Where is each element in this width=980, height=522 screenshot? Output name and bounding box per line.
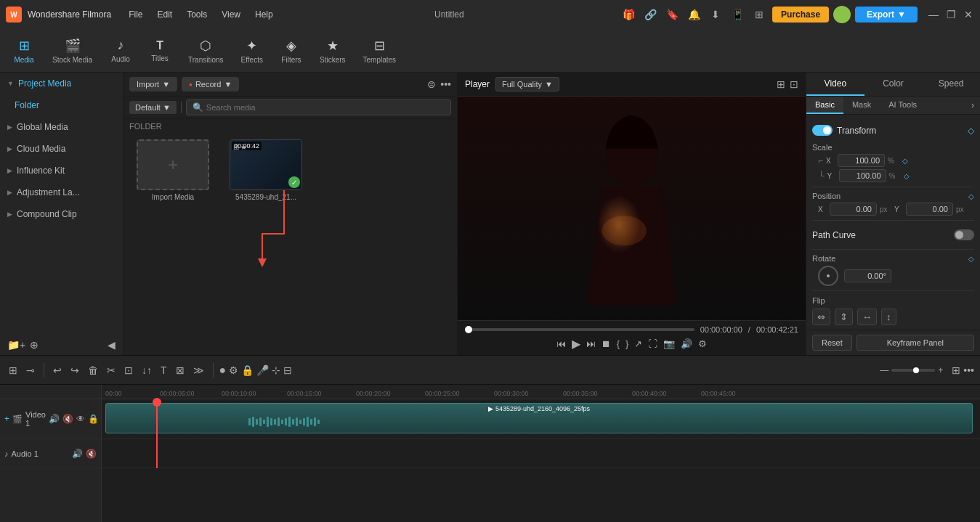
flip-horizontal-button[interactable]: ⇔: [812, 309, 830, 325]
maximize-button[interactable]: ❐: [945, 9, 957, 20]
video-track-area[interactable]: ▶ 5435289-uhd_2160_4096_25fps: [102, 399, 980, 439]
scale-y-input[interactable]: [839, 169, 886, 182]
filter-icon[interactable]: ⊜: [427, 78, 436, 90]
reset-button[interactable]: Reset: [812, 335, 852, 351]
collapse-panel-icon[interactable]: ◀: [108, 339, 116, 351]
menu-tools[interactable]: Tools: [181, 7, 213, 23]
eye-icon[interactable]: 👁: [76, 414, 85, 424]
rotate-dial[interactable]: [818, 266, 838, 286]
import-media-item[interactable]: + Import Media: [129, 139, 216, 201]
progress-handle[interactable]: [465, 326, 472, 333]
rotate-keyframe-icon[interactable]: ◇: [968, 255, 974, 263]
menu-view[interactable]: View: [216, 7, 246, 23]
lock-tracks-icon[interactable]: 🔒: [241, 364, 254, 376]
undo-button[interactable]: ↩: [50, 362, 65, 379]
tab-color[interactable]: Color: [864, 73, 923, 96]
play-button[interactable]: ▶: [572, 337, 580, 351]
player-tab[interactable]: Player: [465, 79, 490, 89]
magnetic-tool-icon[interactable]: ⊸: [23, 362, 38, 379]
menu-file[interactable]: File: [123, 7, 148, 23]
mark-in-button[interactable]: {: [617, 338, 620, 349]
transform-keyframe-icon[interactable]: ◇: [968, 126, 974, 136]
audio-track-area[interactable]: [102, 439, 980, 468]
marker-settings-icon[interactable]: ⚙: [229, 364, 238, 376]
record-button[interactable]: ● Record ▼: [182, 77, 239, 91]
video-media-item[interactable]: 00:00:42 ⊞ ★ ✓ 5435289-uhd_21...: [222, 139, 309, 201]
grid-view-icon[interactable]: ⊞: [777, 78, 785, 90]
sub-tab-mask[interactable]: Mask: [843, 97, 880, 114]
crop-button[interactable]: ⊡: [121, 362, 136, 379]
text-button[interactable]: T: [158, 362, 170, 379]
add-icon[interactable]: ⊕: [30, 339, 39, 351]
timeline-ruler-area[interactable]: 00:00 00:00:05:00 00:00:10:00 00:00:15:0…: [102, 385, 980, 522]
scene-detect-icon[interactable]: ⊹: [272, 364, 280, 376]
toolbar-stickers[interactable]: ★ Stickers: [312, 35, 353, 67]
video-thumb[interactable]: 00:00:42 ⊞ ★ ✓: [230, 139, 302, 190]
volume-button[interactable]: 🔊: [681, 338, 692, 349]
stop-button[interactable]: ⏹: [602, 338, 611, 349]
search-input[interactable]: [206, 103, 445, 112]
keyframe-panel-button[interactable]: Keyframe Panel: [857, 335, 974, 351]
audio-speaker-icon[interactable]: 🔊: [72, 449, 83, 459]
fullscreen-icon[interactable]: ⊡: [790, 78, 798, 90]
purchase-button[interactable]: Purchase: [772, 7, 829, 23]
zoom-handle[interactable]: [913, 367, 919, 373]
progress-bar[interactable]: [465, 328, 694, 331]
toolbar-titles[interactable]: T Titles: [142, 36, 178, 65]
speaker-icon[interactable]: 🔊: [49, 414, 60, 424]
timeline-settings-icon[interactable]: •••: [963, 364, 974, 376]
gift-icon[interactable]: 🎁: [620, 6, 637, 23]
minimize-button[interactable]: —: [928, 9, 939, 20]
record-timeline-icon[interactable]: 🎤: [256, 364, 269, 376]
scale-x-input[interactable]: [838, 154, 885, 167]
menu-edit[interactable]: Edit: [152, 7, 179, 23]
more-options-icon[interactable]: •••: [440, 78, 451, 90]
fast-forward-button[interactable]: ⏭: [586, 338, 596, 349]
import-button[interactable]: Import ▼: [129, 77, 177, 91]
position-keyframe-icon[interactable]: ◇: [968, 192, 974, 200]
mask-button[interactable]: ⊠: [173, 362, 187, 379]
phone-icon[interactable]: 📱: [729, 6, 746, 23]
more-tools-icon[interactable]: ≫: [190, 362, 207, 379]
video-clip[interactable]: ▶ 5435289-uhd_2160_4096_25fps: [105, 403, 973, 433]
mute-icon[interactable]: 🔇: [62, 414, 73, 424]
position-x-input[interactable]: [830, 203, 877, 216]
mark-out-button[interactable]: }: [625, 338, 628, 349]
close-button[interactable]: ✕: [963, 9, 974, 20]
flip-vertical-button[interactable]: ⇕: [835, 309, 853, 325]
add-track-icon[interactable]: +: [4, 414, 9, 424]
toolbar-filters[interactable]: ◈ Filters: [273, 35, 309, 67]
cut-button[interactable]: ✂: [104, 362, 118, 379]
scale-y-keyframe-icon[interactable]: ◇: [904, 172, 910, 180]
import-media-thumb[interactable]: +: [137, 139, 209, 190]
toolbar-media[interactable]: ⊞ Media: [6, 35, 42, 67]
default-button[interactable]: Default ▼: [129, 101, 177, 114]
redo-button[interactable]: ↪: [68, 362, 82, 379]
sidebar-item-adjustment-layer[interactable]: ▶ Adjustment La...: [0, 182, 123, 203]
sub-tab-ai-tools[interactable]: AI Tools: [880, 97, 926, 114]
apps-icon[interactable]: ⊞: [750, 6, 768, 23]
tab-speed[interactable]: Speed: [922, 73, 980, 96]
toolbar-templates[interactable]: ⊟ Templates: [356, 35, 404, 67]
sub-tab-basic[interactable]: Basic: [806, 97, 843, 114]
delete-button[interactable]: 🗑: [85, 362, 101, 379]
sidebar-item-cloud-media[interactable]: ▶ Cloud Media: [0, 138, 123, 160]
fullscreen-player-button[interactable]: ⛶: [648, 338, 657, 349]
toolbar-effects[interactable]: ✦ Effects: [234, 35, 270, 67]
rotate-input[interactable]: [844, 269, 891, 282]
sidebar-item-global-media[interactable]: ▶ Global Media: [0, 116, 123, 138]
settings-button[interactable]: ⚙: [698, 338, 707, 349]
sidebar-item-folder[interactable]: Folder: [0, 94, 123, 116]
link-icon[interactable]: 🔗: [641, 6, 659, 23]
export-button[interactable]: Export ▼: [855, 7, 918, 23]
audio-detach-icon[interactable]: ↓↑: [139, 362, 155, 379]
bookmark-icon[interactable]: 🔖: [663, 6, 681, 23]
rewind-button[interactable]: ⏮: [556, 338, 566, 349]
zoom-in-button[interactable]: +: [938, 365, 943, 375]
transform-toggle[interactable]: [812, 125, 833, 136]
zoom-bar[interactable]: [891, 369, 935, 372]
sidebar-item-project-media[interactable]: ▼ Project Media: [0, 73, 123, 94]
download-icon[interactable]: ⬇: [707, 6, 724, 23]
toolbar-stock-media[interactable]: 🎬 Stock Media: [45, 35, 100, 67]
zoom-out-button[interactable]: —: [880, 365, 888, 375]
